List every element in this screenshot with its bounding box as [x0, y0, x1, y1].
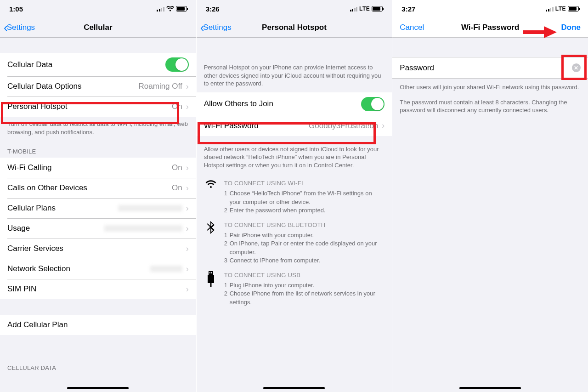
- signal-icon: [350, 6, 358, 11]
- instr-title: TO CONNECT USING WI-FI: [224, 179, 385, 187]
- instr-title: TO CONNECT USING BLUETOOTH: [224, 221, 385, 229]
- row-cellular-plans[interactable]: Cellular Plans ›: [0, 198, 196, 218]
- instructions-bluetooth: TO CONNECT USING BLUETOOTH 1Pair iPhone …: [197, 215, 392, 265]
- nav-bar: Cancel Wi-Fi Password Done: [392, 17, 588, 38]
- section-header-carrier: T-MOBILE: [0, 140, 196, 158]
- back-button[interactable]: ‹ Settings: [4, 22, 35, 34]
- wifi-icon: [204, 179, 218, 215]
- password-label: Password: [400, 63, 572, 73]
- row-calls-other-devices[interactable]: Calls on Other Devices On ›: [0, 178, 196, 198]
- svg-rect-0: [209, 271, 213, 275]
- back-button[interactable]: ‹ Settings: [200, 22, 232, 34]
- bluetooth-icon: [204, 221, 218, 265]
- instr-step: Choose “HelloTech iPhone” from the Wi-Fi…: [230, 189, 385, 206]
- chevron-right-icon: ›: [186, 163, 189, 173]
- footer-requirements: The password must contain at least 8 cha…: [392, 95, 588, 118]
- cancel-button[interactable]: Cancel: [396, 23, 428, 32]
- battery-icon: [568, 6, 579, 11]
- status-time: 1:05: [9, 5, 23, 13]
- row-sim-pin[interactable]: SIM PIN ›: [0, 279, 196, 299]
- status-bar: 3:26 LTE: [197, 0, 392, 17]
- screenshot-cellular: 1:05 ‹ Settings Cellular Cellular Data C…: [0, 0, 196, 392]
- status-right: LTE: [350, 6, 383, 12]
- row-label: Personal Hotspot: [7, 102, 172, 111]
- row-label: Wi-Fi Calling: [7, 163, 172, 172]
- svg-rect-3: [208, 275, 214, 283]
- arrow-annotation: [521, 25, 558, 39]
- battery-icon: [372, 6, 383, 11]
- group-cellular: Cellular Data Cellular Data Options Roam…: [0, 53, 196, 117]
- row-label: SIM PIN: [7, 284, 186, 294]
- network-type: LTE: [555, 6, 566, 12]
- instr-step: Plug iPhone into your computer.: [230, 281, 314, 290]
- row-label: Add Cellular Plan: [7, 320, 189, 330]
- status-time: 3:27: [401, 5, 415, 13]
- row-label: Calls on Other Devices: [7, 183, 172, 193]
- nav-bar: ‹ Settings Personal Hotspot: [197, 17, 392, 38]
- row-wifi-password[interactable]: Wi-Fi Password Goodby3Frustrat!on ›: [197, 116, 392, 136]
- group-hotspot: Allow Others to Join Wi-Fi Password Good…: [197, 92, 392, 136]
- row-network-selection[interactable]: Network Selection ›: [0, 259, 196, 279]
- signal-icon: [157, 6, 164, 11]
- svg-rect-4: [210, 283, 211, 287]
- row-label: Carrier Services: [7, 244, 186, 253]
- instr-step: Connect to iPhone from computer.: [230, 256, 320, 265]
- svg-marker-6: [544, 26, 557, 38]
- instructions-wifi: TO CONNECT USING WI-FI 1Choose “HelloTec…: [197, 173, 392, 215]
- toggle-allow-others[interactable]: [361, 97, 384, 111]
- row-cellular-data[interactable]: Cellular Data: [0, 53, 196, 76]
- password-field[interactable]: Password ✕: [392, 57, 588, 79]
- row-value: Roaming Off: [139, 82, 182, 91]
- row-label: Network Selection: [7, 264, 150, 273]
- row-label: Cellular Data: [7, 60, 165, 69]
- row-cellular-data-options[interactable]: Cellular Data Options Roaming Off ›: [0, 76, 196, 97]
- row-allow-others[interactable]: Allow Others to Join: [197, 92, 392, 116]
- screenshot-personal-hotspot: 3:26 LTE ‹ Settings Personal Hotspot Per…: [196, 0, 392, 392]
- instr-step: Choose iPhone from the list of network s…: [230, 290, 385, 306]
- screenshot-wifi-password: 3:27 LTE Cancel Wi-Fi Password Done Pass…: [392, 0, 588, 392]
- row-label: Allow Others to Join: [204, 99, 362, 108]
- instr-step: Pair iPhone with your computer.: [230, 231, 314, 239]
- clear-icon[interactable]: ✕: [572, 63, 581, 72]
- network-type: LTE: [359, 6, 370, 12]
- row-value: Goodby3Frustrat!on: [309, 121, 378, 131]
- row-label: Usage: [7, 224, 104, 233]
- row-personal-hotspot[interactable]: Personal Hotspot On ›: [0, 97, 196, 117]
- back-label: Settings: [203, 23, 231, 32]
- chevron-right-icon: ›: [186, 183, 189, 193]
- done-button[interactable]: Done: [557, 23, 584, 32]
- svg-rect-1: [209, 272, 210, 273]
- usb-icon: [204, 271, 218, 307]
- row-wifi-calling[interactable]: Wi-Fi Calling On ›: [0, 158, 196, 178]
- row-value: On: [172, 163, 182, 172]
- group-add-plan: Add Cellular Plan: [0, 315, 196, 335]
- toggle-cellular-data[interactable]: [165, 57, 189, 72]
- row-add-cellular-plan[interactable]: Add Cellular Plan: [0, 315, 196, 335]
- home-indicator: [263, 387, 325, 389]
- row-label: Wi-Fi Password: [204, 121, 309, 131]
- row-label: Cellular Data Options: [7, 82, 139, 91]
- battery-icon: [176, 6, 187, 11]
- chevron-right-icon: ›: [186, 224, 189, 233]
- signal-icon: [546, 6, 554, 11]
- wifi-icon: [166, 5, 174, 13]
- chevron-right-icon: ›: [186, 82, 189, 91]
- footer-cellular: Turn off cellular data to restrict all d…: [0, 117, 196, 140]
- row-value: On: [172, 102, 182, 111]
- intro-text: Personal Hotspot on your iPhone can prov…: [197, 38, 392, 92]
- instr-step: Enter the password when prompted.: [230, 206, 326, 215]
- back-label: Settings: [7, 23, 35, 32]
- row-usage[interactable]: Usage ›: [0, 218, 196, 239]
- home-indicator: [459, 387, 521, 389]
- chevron-right-icon: ›: [186, 204, 189, 213]
- footer-join: Other users will join your shared Wi-Fi …: [392, 79, 588, 95]
- group-carrier: Wi-Fi Calling On › Calls on Other Device…: [0, 158, 196, 299]
- row-value: [118, 205, 182, 211]
- nav-bar: ‹ Settings Cellular: [0, 17, 196, 38]
- note-text: Allow other users or devices not signed …: [197, 136, 392, 173]
- section-header-cellulardata: CELLULAR DATA: [0, 335, 196, 374]
- chevron-right-icon: ›: [186, 244, 189, 254]
- row-carrier-services[interactable]: Carrier Services ›: [0, 239, 196, 259]
- row-label: Cellular Plans: [7, 204, 118, 213]
- instr-step: On iPhone, tap Pair or enter the code di…: [230, 239, 385, 256]
